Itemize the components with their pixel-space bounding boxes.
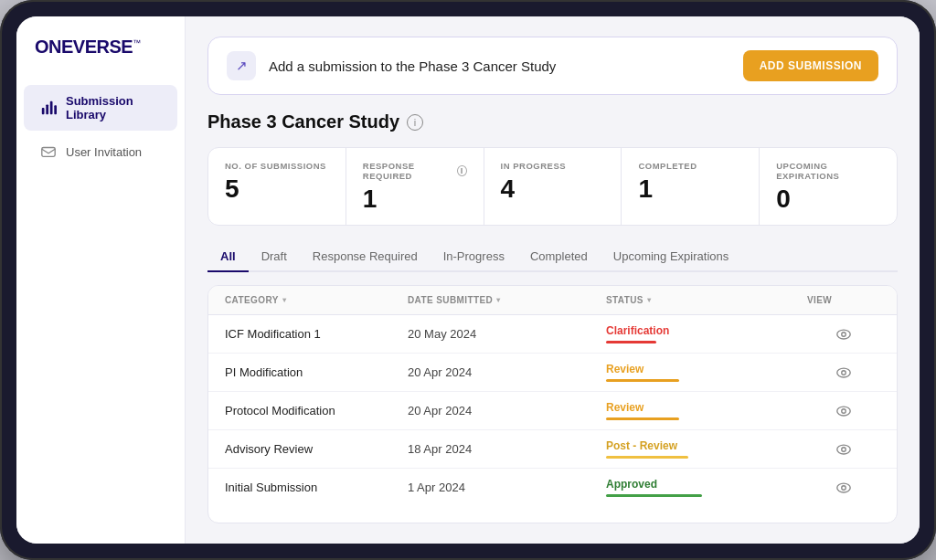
svg-point-7 bbox=[837, 368, 850, 377]
td-status-0: Clarification bbox=[606, 324, 807, 343]
stat-in-progress: IN PROGRESS 4 bbox=[484, 148, 622, 225]
stat-value-completed: 1 bbox=[638, 176, 742, 202]
svg-point-12 bbox=[842, 447, 846, 451]
stat-value-response: 1 bbox=[363, 186, 467, 212]
tabs-row: All Draft Response Required In-Progress … bbox=[207, 242, 898, 272]
td-date-1: 20 Apr 2024 bbox=[408, 365, 606, 379]
status-bar-4 bbox=[606, 494, 702, 497]
td-status-4: Approved bbox=[606, 478, 807, 497]
stat-response-required: RESPONSE REQUIRED i 1 bbox=[346, 148, 484, 225]
status-bar-1 bbox=[606, 379, 679, 382]
td-status-2: Review bbox=[606, 401, 807, 420]
banner-arrow-icon: ↗ bbox=[227, 51, 256, 80]
td-status-1: Review bbox=[606, 363, 807, 382]
table-row: ICF Modification 1 20 May 2024 Clarifica… bbox=[208, 315, 897, 354]
view-icon-0[interactable] bbox=[807, 326, 880, 343]
stat-label-response: RESPONSE REQUIRED i bbox=[363, 161, 467, 181]
svg-point-11 bbox=[837, 445, 850, 454]
eye-icon-2 bbox=[835, 403, 852, 419]
status-label-4: Approved bbox=[606, 478, 807, 491]
envelope-icon bbox=[40, 143, 57, 160]
th-category-chevron: ▾ bbox=[282, 296, 286, 304]
tab-completed[interactable]: Completed bbox=[517, 242, 601, 272]
td-date-2: 20 Apr 2024 bbox=[408, 404, 606, 417]
stat-label-submissions: NO. OF SUBMISSIONS bbox=[225, 161, 329, 171]
svg-rect-4 bbox=[42, 148, 55, 157]
view-icon-1[interactable] bbox=[807, 365, 880, 381]
table-row: Protocol Modification 20 Apr 2024 Review bbox=[208, 392, 897, 430]
table-header: CATEGORY ▾ DATE SUBMITTED ▾ STATUS ▾ VIE… bbox=[208, 286, 897, 315]
svg-point-9 bbox=[837, 407, 850, 416]
eye-icon-0 bbox=[835, 326, 852, 343]
td-date-0: 20 May 2024 bbox=[408, 327, 606, 341]
tab-in-progress[interactable]: In-Progress bbox=[431, 242, 517, 272]
tab-all[interactable]: All bbox=[207, 242, 249, 272]
td-date-4: 1 Apr 2024 bbox=[408, 481, 606, 494]
stat-info-icon-response[interactable]: i bbox=[457, 165, 467, 176]
svg-rect-1 bbox=[46, 104, 48, 114]
td-status-3: Post - Review bbox=[606, 439, 807, 459]
eye-icon-3 bbox=[835, 441, 852, 458]
view-icon-4[interactable] bbox=[807, 480, 880, 496]
svg-rect-0 bbox=[42, 108, 45, 114]
td-date-3: 18 Apr 2024 bbox=[408, 442, 606, 456]
tab-draft[interactable]: Draft bbox=[249, 242, 300, 272]
svg-point-10 bbox=[842, 408, 846, 413]
stat-label-in-progress: IN PROGRESS bbox=[501, 161, 605, 171]
td-category-2: Protocol Modification bbox=[225, 404, 408, 417]
status-bar-2 bbox=[606, 417, 679, 420]
tab-response-required[interactable]: Response Required bbox=[300, 242, 431, 272]
status-bar-3 bbox=[606, 456, 688, 459]
app-logo: ONEVERSE™ bbox=[35, 37, 141, 58]
eye-icon-4 bbox=[835, 480, 852, 496]
submissions-table: CATEGORY ▾ DATE SUBMITTED ▾ STATUS ▾ VIE… bbox=[207, 285, 898, 523]
add-submission-banner: ↗ Add a submission to the Phase 3 Cancer… bbox=[207, 37, 898, 95]
page-title: Phase 3 Cancer Study bbox=[207, 111, 399, 132]
stats-row: NO. OF SUBMISSIONS 5 RESPONSE REQUIRED i… bbox=[207, 147, 898, 226]
sidebar-item-user-invitation[interactable]: User Invitation bbox=[24, 134, 177, 169]
svg-point-5 bbox=[837, 330, 850, 339]
sidebar-item-label-submission-library: Submission Library bbox=[66, 94, 161, 122]
logo-trademark: ™ bbox=[133, 38, 141, 48]
th-status: STATUS ▾ bbox=[606, 295, 807, 305]
table-row: PI Modification 20 Apr 2024 Review bbox=[208, 354, 897, 392]
td-category-1: PI Modification bbox=[225, 365, 408, 379]
status-bar-0 bbox=[606, 341, 656, 343]
sidebar-item-label-user-invitation: User Invitation bbox=[66, 145, 142, 159]
svg-rect-3 bbox=[54, 105, 57, 114]
chart-bar-icon bbox=[40, 100, 57, 116]
banner-text: Add a submission to the Phase 3 Cancer S… bbox=[269, 58, 556, 74]
status-label-2: Review bbox=[606, 401, 807, 414]
sidebar-nav: Submission Library User Invitation bbox=[16, 74, 185, 180]
svg-point-6 bbox=[842, 332, 846, 336]
tablet-frame: ONEVERSE™ Submission Library bbox=[0, 0, 936, 560]
logo-one: ONE bbox=[35, 37, 73, 57]
svg-point-8 bbox=[842, 370, 846, 375]
sidebar-item-submission-library[interactable]: Submission Library bbox=[24, 85, 177, 131]
stat-upcoming-expirations: UPCOMING EXPIRATIONS 0 bbox=[760, 148, 897, 225]
table-row: Initial Submission 1 Apr 2024 Approved bbox=[208, 469, 897, 506]
tab-upcoming-expirations[interactable]: Upcoming Expirations bbox=[601, 242, 741, 272]
view-icon-3[interactable] bbox=[807, 441, 880, 458]
add-submission-button[interactable]: ADD SUBMISSION bbox=[743, 50, 878, 81]
logo-verse: VERSE bbox=[73, 37, 133, 57]
th-category: CATEGORY ▾ bbox=[225, 295, 408, 305]
status-label-1: Review bbox=[606, 363, 807, 375]
view-icon-2[interactable] bbox=[807, 403, 880, 419]
td-category-0: ICF Modification 1 bbox=[225, 327, 408, 341]
banner-left: ↗ Add a submission to the Phase 3 Cancer… bbox=[227, 51, 556, 80]
td-category-3: Advisory Review bbox=[225, 442, 408, 456]
stat-label-completed: COMPLETED bbox=[638, 161, 742, 171]
svg-rect-2 bbox=[50, 101, 53, 114]
svg-point-14 bbox=[842, 485, 846, 490]
status-label-3: Post - Review bbox=[606, 439, 807, 452]
page-info-icon[interactable]: i bbox=[407, 114, 423, 131]
page-title-row: Phase 3 Cancer Study i bbox=[207, 111, 898, 132]
td-category-4: Initial Submission bbox=[225, 481, 408, 494]
screen: ONEVERSE™ Submission Library bbox=[16, 16, 920, 544]
th-date-submitted: DATE SUBMITTED ▾ bbox=[408, 295, 606, 305]
stat-no-of-submissions: NO. OF SUBMISSIONS 5 bbox=[208, 148, 346, 225]
stat-value-in-progress: 4 bbox=[501, 176, 605, 202]
stat-label-expirations: UPCOMING EXPIRATIONS bbox=[776, 161, 880, 181]
table-row: Advisory Review 18 Apr 2024 Post - Revie… bbox=[208, 430, 897, 469]
